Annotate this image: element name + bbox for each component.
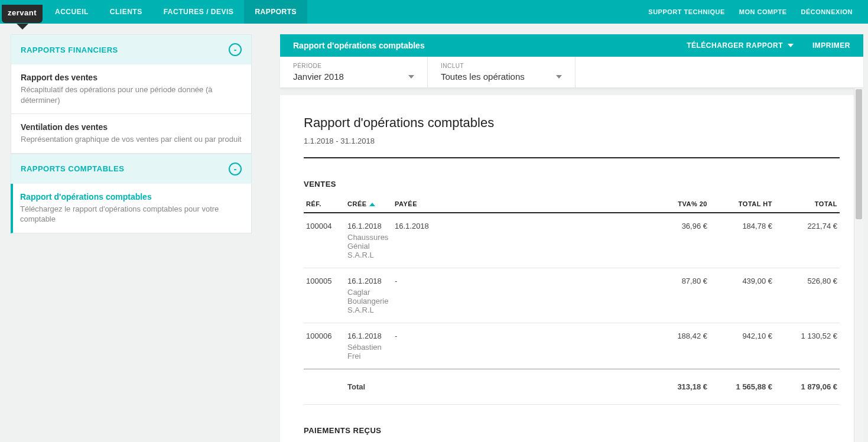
table-row: 100004 16.1.2018Chaussures Génial S.A.R.… [304,213,840,268]
sidebar-group-title: RAPPORTS COMPTABLES [21,164,124,173]
cell-vat: 36,96 € [645,213,710,268]
cell-created: 16.1.2018Chaussures Génial S.A.R.L [345,213,392,268]
col-total[interactable]: TOTAL [775,196,840,213]
total-label: Total [345,369,392,405]
section-title: VENTES [304,180,840,188]
sidebar-item-desc: Représentation graphique de vos ventes p… [21,134,242,145]
nav-logout[interactable]: DÉCONNEXION [794,8,860,15]
sidebar-item-sales-report[interactable]: Rapport des ventes Récapitulatif des opé… [11,64,252,114]
filters: PÉRIODE Janvier 2018 INCLUT Toutes les o… [280,57,863,88]
cell-client: Chaussures Génial S.A.R.L [347,233,390,259]
chevron-down-icon [408,75,414,79]
section-title: PAIEMENTS REÇUS [304,426,840,435]
report-title: Rapport d'opérations comptables [304,115,840,131]
nav-rapports[interactable]: RAPPORTS [244,0,307,24]
cell-total: 526,80 € [775,268,840,323]
filter-label: PÉRIODE [293,63,414,69]
sidebar-item-sales-breakdown[interactable]: Ventilation des ventes Représentation gr… [11,114,252,154]
print-button[interactable]: IMPRIMER [812,41,850,50]
nav-clients[interactable]: CLIENTS [99,0,153,24]
table-row: 100005 16.1.2018Caglar Boulangerie S.A.R… [304,268,840,323]
total-vat: 313,18 € [645,369,710,405]
nav-support[interactable]: SUPPORT TECHNIQUE [641,8,732,15]
cell-total-ht: 184,78 € [710,213,775,268]
nav-accueil[interactable]: ACCUEIL [44,0,99,24]
scrollbar[interactable]: ▼ [854,88,863,442]
report-date-range: 1.1.2018 - 31.1.2018 [304,136,840,158]
chevron-down-icon [788,44,794,47]
cell-created: 16.1.2018Caglar Boulangerie S.A.R.L [345,268,392,323]
collapse-icon[interactable]: - [229,162,242,176]
cell-client: Sébastien Frei [347,343,390,360]
table-row: 100006 16.1.2018Sébastien Frei - 188,42 … [304,323,840,369]
top-nav: zervant ACCUEIL CLIENTS FACTURES / DEVIS… [0,0,868,24]
download-report-button[interactable]: TÉLÉCHARGER RAPPORT [687,41,794,50]
cell-created: 16.1.2018Sébastien Frei [345,323,392,369]
cell-total-ht: 439,00 € [710,268,775,323]
sidebar-group-accounting[interactable]: RAPPORTS COMPTABLES - [11,154,252,184]
cell-paid: 16.1.2018 [392,213,645,268]
cell-vat: 188,42 € [645,323,710,369]
content-title: Rapport d'opérations comptables [293,41,425,50]
sidebar: RAPPORTS FINANCIERS - Rapport des ventes… [11,34,252,442]
sidebar-item-desc: Téléchargez le rapport d'opérations comp… [20,204,242,225]
content: Rapport d'opérations comptables TÉLÉCHAR… [280,34,863,442]
cell-total: 1 130,52 € [775,323,840,369]
cell-vat: 87,80 € [645,268,710,323]
cell-total: 221,74 € [775,213,840,268]
report-table: RÉF. CRÉE PAYÉE TVA% 20 TOTAL HT TOTAL 1… [304,196,840,405]
brand-logo[interactable]: zervant [0,0,44,24]
col-total-ht[interactable]: TOTAL HT [710,196,775,213]
sidebar-item-accounting-report[interactable]: Rapport d'opérations comptables Téléchar… [11,184,252,233]
cell-paid: - [392,268,645,323]
total: 1 879,06 € [775,369,840,405]
chevron-down-icon [556,75,562,79]
report-body: Rapport d'opérations comptables 1.1.2018… [280,95,863,442]
content-header: Rapport d'opérations comptables TÉLÉCHAR… [280,34,863,57]
cell-ref: 100005 [304,268,345,323]
cell-ref: 100006 [304,323,345,369]
sidebar-item-title: Ventilation des ventes [21,122,242,132]
cell-client: Caglar Boulangerie S.A.R.L [347,288,390,314]
cell-ref: 100004 [304,213,345,268]
sidebar-item-desc: Récapitulatif des opérations pour une pé… [21,84,242,105]
table-total-row: Total 313,18 € 1 565,88 € 1 879,06 € [304,369,840,405]
period-select[interactable]: Janvier 2018 [293,72,414,82]
filter-includes: INCLUT Toutes les opérations [428,57,576,87]
col-vat[interactable]: TVA% 20 [645,196,710,213]
cell-paid: - [392,323,645,369]
nav-factures[interactable]: FACTURES / DEVIS [153,0,245,24]
filter-period: PÉRIODE Janvier 2018 [280,57,428,87]
sidebar-item-title: Rapport d'opérations comptables [20,192,242,202]
scrollbar-thumb[interactable] [856,89,862,219]
total-ht: 1 565,88 € [710,369,775,405]
sidebar-group-title: RAPPORTS FINANCIERS [21,46,118,54]
sidebar-item-title: Rapport des ventes [21,73,242,82]
collapse-icon[interactable]: - [229,43,242,56]
sidebar-group-financial[interactable]: RAPPORTS FINANCIERS - [11,34,252,64]
col-created[interactable]: CRÉE [345,196,392,213]
cell-total-ht: 942,10 € [710,323,775,369]
filter-label: INCLUT [441,63,562,69]
includes-select[interactable]: Toutes les opérations [441,72,562,82]
sort-asc-icon [369,203,375,206]
nav-account[interactable]: MON COMPTE [732,8,794,15]
col-ref[interactable]: RÉF. [304,196,345,213]
col-paid[interactable]: PAYÉE [392,196,645,213]
